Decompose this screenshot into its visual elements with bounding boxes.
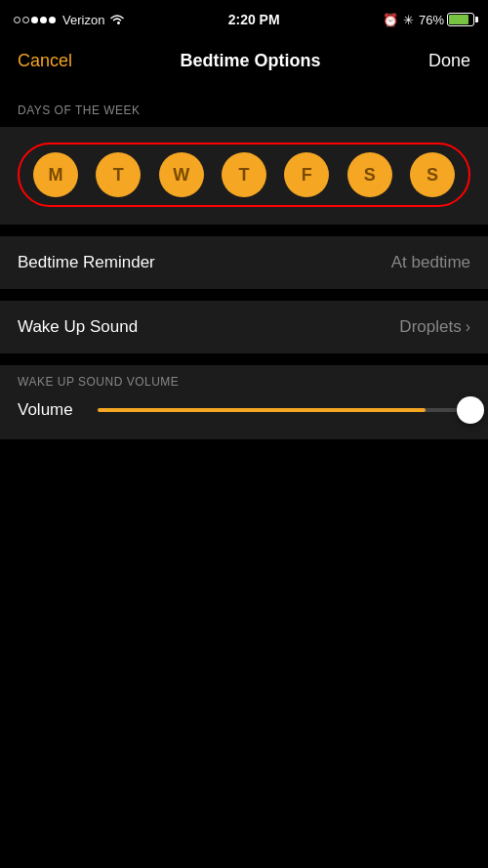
signal-dot-2 [22,17,29,23]
status-right: ⏰ ✳ 76% [383,13,474,27]
wifi-icon [109,14,125,25]
day-thursday[interactable]: T [222,152,266,197]
signal-dots [14,17,56,23]
chevron-right-icon: › [466,318,470,336]
day-saturday[interactable]: S [347,152,392,197]
cancel-button[interactable]: Cancel [18,51,72,71]
battery-fill [449,15,468,24]
signal-dot-3 [31,17,38,23]
gap-3 [0,353,488,365]
days-of-week-section: DAYS OF THE WEEK M T W T F S S [0,86,488,225]
wake-up-sound-value: Droplets › [399,317,470,337]
status-bar: Verizon 2:20 PM ⏰ ✳ 76% [0,0,488,37]
volume-slider-thumb[interactable] [457,396,484,424]
day-monday[interactable]: M [33,152,78,197]
bottom-area [0,439,488,868]
volume-section: WAKE UP SOUND VOLUME Volume [0,365,488,439]
battery-pct-label: 76% [419,13,444,27]
alarm-icon: ⏰ [383,13,398,27]
bedtime-reminder-value: At bedtime [391,253,470,272]
volume-slider-fill [98,408,426,412]
page-title: Bedtime Options [180,51,320,71]
bluetooth-icon: ✳ [403,13,414,27]
battery-container: 76% [419,13,474,27]
status-left: Verizon [14,13,125,27]
volume-slider-track[interactable] [98,408,470,412]
day-friday[interactable]: F [284,152,329,197]
done-button[interactable]: Done [428,51,470,71]
bedtime-reminder-label: Bedtime Reminder [18,253,155,272]
volume-section-label: WAKE UP SOUND VOLUME [18,375,470,389]
carrier-label: Verizon [62,13,104,27]
nav-bar: Cancel Bedtime Options Done [0,37,488,86]
days-section-body: M T W T F S S [0,127,488,225]
battery-icon [447,13,474,26]
volume-row: Volume [18,400,470,420]
day-tuesday[interactable]: T [96,152,141,197]
day-wednesday[interactable]: W [159,152,204,197]
volume-label: Volume [18,400,84,420]
bedtime-reminder-row[interactable]: Bedtime Reminder At bedtime [0,236,488,289]
day-sunday[interactable]: S [410,152,455,197]
wake-up-sound-row[interactable]: Wake Up Sound Droplets › [0,301,488,353]
gap-2 [0,289,488,301]
signal-dot-5 [49,17,56,23]
wake-up-sound-label: Wake Up Sound [18,317,138,337]
days-section-label: DAYS OF THE WEEK [0,86,488,127]
signal-dot-1 [14,17,20,23]
gap-1 [0,225,488,236]
signal-dot-4 [40,17,47,23]
days-row: M T W T F S S [18,143,470,207]
status-time: 2:20 PM [228,12,280,27]
